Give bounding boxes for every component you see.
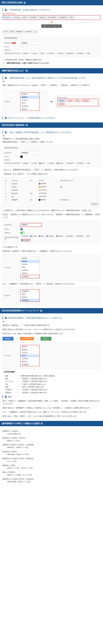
example-label: 例）: [3, 320, 100, 323]
explain4: 選択するなら「新規」を選択し、ポイントもとりあえずは確保状態として置いておくかと…: [3, 415, 100, 418]
dropdown-option[interactable]: 注文取消し: [21, 104, 39, 108]
para2: 「新規作成」ボタンを押すと、リストの最後へ追加されます。: [3, 172, 100, 176]
checkbox-item[interactable]: 在庫確認中: [21, 239, 30, 242]
explain2: 新規で追加した「在庫確認中」の場合は、受注状況にたいしては「受付処理」に「入金処…: [3, 406, 100, 409]
checkbox-item[interactable]: 発送済み: [57, 52, 64, 54]
category-list: 自動・・・移動可能受注状態の選択に応じて動作を自動設定新規・・・「新規受付」の受…: [5, 374, 98, 394]
dropdown-option[interactable]: 対応中: [20, 266, 40, 269]
dropdown-option[interactable]: 発送済み: [21, 108, 39, 110]
checkbox-item[interactable]: 対応中: [39, 162, 45, 164]
ref-action: ・出荷日の更新、利用ポイント付与: [6, 480, 100, 483]
dropdown-comparison: 対応状況 新規受付▾ 新規受付 入金済み 対応中 注文取消し 発送済み ➡ 受注…: [3, 88, 100, 115]
color-swatch[interactable]: [20, 46, 23, 48]
checkbox-item[interactable]: 購入処理中: [66, 52, 74, 54]
checkbox-item[interactable]: 入金済み: [31, 162, 37, 164]
form-name-input[interactable]: [21, 224, 41, 226]
color-swatch[interactable]: [20, 228, 23, 230]
status-preset: 決済処理中: [58, 16, 68, 19]
table-row: 10在庫確認中表示 #000000対応中 発送済み✕: [5, 198, 98, 202]
gear-icon: [5, 396, 7, 398]
flow-from: 新規受付: [3, 337, 14, 340]
dropdown-option[interactable]: 在庫確認中: [20, 275, 40, 278]
checkbox-item[interactable]: 決済処理中: [75, 235, 83, 237]
checkbox-item[interactable]: 新規受付: [22, 162, 29, 164]
checkbox-item[interactable]: 対応中: [39, 52, 45, 54]
table-row: 4注文取消し− #C04949✕: [5, 182, 98, 185]
ref-section: [注文取消 -> 対応中]・在庫の減少、利用ポイント付与: [3, 451, 100, 456]
dropdown-option[interactable]: 対応中: [21, 102, 39, 104]
checkbox-item[interactable]: 発送済み: [57, 162, 64, 164]
dropdown-option[interactable]: 注文取消し: [20, 269, 40, 272]
quote-s4-text: 受注状況の変更時に、特定の処理が実施されるイベントがあります: [8, 316, 62, 319]
arrow-right-icon: →: [16, 337, 18, 340]
checkbox-item[interactable]: 新規受付: [22, 52, 29, 54]
dropdown-option[interactable]: 対応中: [21, 293, 39, 296]
dropdown-option[interactable]: 発送済み: [21, 296, 39, 299]
dropdown-option[interactable]: 新規受付: [21, 96, 39, 99]
checkbox-item[interactable]: 決済処理中: [76, 162, 84, 164]
status-preset: 対応中: [21, 16, 29, 19]
dropdown-demo[interactable]: 新規受付▾ 新規受付 入金済み 対応中 注文取消し 発送済み 在庫確認中: [20, 257, 40, 278]
checkbox-item[interactable]: 注文取消し: [47, 162, 55, 164]
status-pill: 新規受付: [58, 100, 66, 102]
dropdown-option[interactable]: 発送済み: [21, 360, 39, 363]
dropdown-option[interactable]: 発送済み: [20, 272, 40, 275]
para5: これで追加完了です。: [3, 246, 100, 248]
dropdown-demo[interactable]: 在庫確認中▾ 対応中 発送済み 在庫確認中: [20, 290, 40, 302]
ref-action: ・利用ポイント戻し、付与ポイント戻し: [6, 467, 100, 469]
checkbox-item[interactable]: 決済処理中: [76, 52, 84, 54]
checkbox-item[interactable]: 返品: [85, 235, 90, 237]
form-color-label: 表示色: [5, 46, 19, 48]
explain1: 例として追加した「在庫確認中」の受注状態の種類を「新規」にした場合、「受注状況」…: [3, 400, 100, 405]
checkbox-item[interactable]: 入金済み: [31, 52, 37, 54]
dropdown-option[interactable]: 入金済み: [21, 99, 39, 102]
checkbox-item[interactable]: 購入処理中: [65, 235, 73, 237]
status-diagram-1: 移動可能受注対応状況 新規受付 入金済み 対応中 注文取消 発送済み 購入処理中…: [3, 13, 100, 33]
status-extra: 出荷指示中: [24, 30, 33, 33]
th: 対応状況名: [11, 179, 29, 182]
ex1: 新規受付 -> 発送済み ・・・ 出荷日を更新する処理が発生する: [3, 324, 100, 327]
section-1-header: 受注の対応状況を拡張: [0, 0, 103, 5]
gear-icon: [5, 317, 7, 319]
checkbox-item[interactable]: 注文取消し: [46, 235, 55, 237]
ref-section: [新規受付 or 入金済み -> 対応中]・利用ポイント付与: [3, 437, 100, 442]
status-preset: 購入処理中: [47, 16, 58, 19]
color-swatch[interactable]: [20, 156, 23, 158]
dropdown-option[interactable]: 新規受付: [21, 348, 39, 351]
dropdown-option[interactable]: 入金済み: [20, 263, 40, 266]
dropdown-option[interactable]: 対応中: [21, 354, 39, 357]
dropdown-demo[interactable]: 新規受付▾ 新規受付 入金済み 対応中 注文取消し 発送済み 在庫確認中: [20, 345, 40, 366]
checkbox-item[interactable]: 返品: [86, 162, 90, 164]
dropdown-option[interactable]: 注文取消し: [21, 357, 39, 360]
bullet-list-1: 受注状況の名称、表示色、件数表示の有無に加え 「移動可能受注状況」を新たに設定で…: [5, 58, 98, 64]
gear-icon: [5, 9, 7, 11]
dropdown-option[interactable]: 在庫確認中: [21, 363, 39, 366]
toggle-switch[interactable]: [20, 232, 25, 234]
gear-icon: [26, 70, 28, 72]
ref-action: ・在庫の減少、利用ポイント付与: [6, 453, 100, 456]
section-5-title: [参考情報]EC-CUBEにて実施される処理: [2, 422, 40, 425]
checkbox-item[interactable]: 新規受付: [21, 235, 28, 237]
form-movable-label: 移動可能な受注対応状況: [5, 162, 20, 164]
checkbox-item[interactable]: 購入処理中: [66, 162, 74, 164]
checkbox-item[interactable]: 入金済み: [30, 235, 37, 237]
th: 移動可能受注状況一覧: [59, 179, 93, 182]
category-row: 新規・・・「新規受付」の受注状況に動作させる: [5, 378, 98, 380]
checkbox-item[interactable]: 対応中: [39, 235, 45, 237]
para6: 対応状況が「新規受付」の受注を確認すると、「在庫確認中」が選択できるようになりま…: [3, 250, 100, 252]
checkbox-item[interactable]: 注文取消し: [47, 52, 55, 54]
dropdown-option[interactable]: 在庫確認中: [21, 299, 39, 302]
new-create-button[interactable]: 新規作成: [90, 203, 98, 206]
form-color-label: 表示色: [5, 228, 19, 230]
ref-section: [新規受付 or 入金済み or 対応中 -> 発送済み]・ポイント付与: [3, 458, 100, 462]
dropdown-option[interactable]: 入金済み: [21, 351, 39, 354]
form-name-input[interactable]: [20, 42, 41, 44]
form-name-input[interactable]: [20, 151, 41, 154]
form-movable-label: 移動可能な受注対応状況: [5, 236, 20, 240]
quote-s1: 「受注対応状況」を自由に追加することができます。: [3, 8, 100, 11]
checkbox-item[interactable]: 返品: [86, 52, 90, 54]
dropdown-demo[interactable]: 新規受付▾ 新規受付 入金済み 対応中 注文取消し 発送済み: [20, 92, 40, 111]
checkbox-item[interactable]: 発送済み: [56, 235, 63, 237]
quote-s3-text: 「設定＞店舗設定＞受注対応状況設定」より、新規追加を行うことができます。: [8, 131, 73, 134]
dropdown-option[interactable]: 新規受付: [20, 260, 40, 263]
